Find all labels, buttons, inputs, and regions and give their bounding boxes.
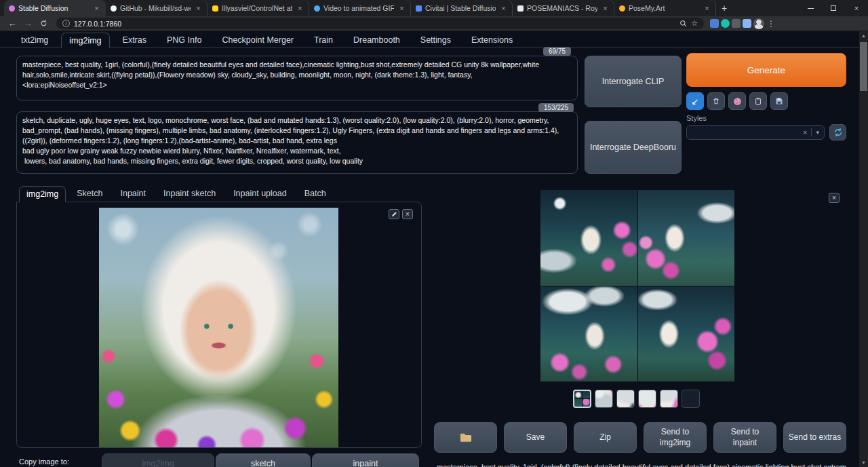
zoom-icon[interactable] [679, 20, 687, 27]
extension-icon-blue[interactable] [710, 19, 719, 28]
browser-menu-icon[interactable]: ⋮ [766, 19, 776, 29]
copy-to-sketch-button[interactable]: sketch [216, 453, 311, 467]
generation-info-text: masterpiece, best quality, 1girl, (color… [437, 463, 846, 467]
gallery-actions: Save Zip Send to img2img Send to inpaint… [434, 422, 846, 453]
folder-icon [460, 432, 472, 443]
copy-to-inpaint-button[interactable]: inpaint [312, 453, 419, 467]
restore-prompt-button[interactable]: ↙ [686, 92, 704, 110]
tab-title: Video to animated GIF converter [323, 4, 394, 12]
send-to-inpaint-button[interactable]: Send to inpaint [713, 422, 776, 453]
minimize-icon [808, 8, 814, 9]
forward-button[interactable]: → [21, 18, 35, 30]
send-to-img2img-button[interactable]: Send to img2img [644, 422, 707, 453]
mode-tab-batch[interactable]: Batch [298, 186, 333, 202]
gallery-thumbnail[interactable] [660, 390, 678, 408]
clipboard-icon [754, 97, 762, 105]
webui-page: txt2img img2img Extras PNG Info Checkpoi… [0, 31, 868, 467]
browser-tab-posemaniacs[interactable]: POSEMANIACS - Royalty free 3... × [513, 0, 614, 16]
apply-styles-button[interactable] [749, 92, 767, 110]
tab-extensions[interactable]: Extensions [464, 33, 520, 48]
interrogate-deepbooru-button[interactable]: Interrogate DeepBooru [585, 121, 682, 174]
browser-tab-stable-diffusion[interactable]: Stable Diffusion × [4, 0, 106, 16]
back-button[interactable]: ← [5, 18, 19, 30]
tab-close-icon[interactable]: × [499, 4, 508, 13]
edit-image-button[interactable] [389, 209, 399, 219]
gallery-thumbnail[interactable] [595, 390, 613, 408]
tab-close-icon[interactable]: × [92, 4, 101, 13]
tab-close-icon[interactable]: × [296, 4, 304, 13]
prompt-input[interactable]: masterpiece, best quality, 1girl, (color… [16, 56, 578, 100]
page-scrollbar[interactable]: ▲ ▼ [859, 31, 868, 467]
tab-title: Illyasviel/ControlNet at main [222, 4, 292, 12]
tab-png-info[interactable]: PNG Info [159, 33, 209, 48]
scrollbar-down-icon[interactable]: ▼ [859, 458, 868, 467]
gallery-thumbnail[interactable] [682, 390, 700, 408]
profile-avatar[interactable] [753, 18, 764, 29]
send-to-extras-button[interactable]: Send to extras [783, 422, 846, 453]
site-info-icon[interactable]: i [62, 20, 70, 27]
scrollbar-thumb[interactable] [860, 42, 867, 91]
browser-tab-posemyart[interactable]: PoseMy.Art × [614, 0, 716, 16]
open-folder-button[interactable] [434, 422, 497, 453]
huggingface-favicon [212, 5, 218, 12]
tab-txt2img[interactable]: txt2img [14, 33, 56, 48]
output-image-quadrant [638, 190, 735, 286]
browser-tab-github[interactable]: GitHub - Mikubill/sd-webui-con... × [106, 0, 208, 16]
tab-img2img[interactable]: img2img [61, 33, 109, 48]
gallery-thumbnail[interactable] [638, 390, 656, 408]
save-button[interactable]: Save [504, 422, 567, 453]
zip-button[interactable]: Zip [574, 422, 637, 453]
mode-tab-inpaint-upload[interactable]: Inpaint upload [226, 186, 294, 202]
refresh-styles-button[interactable] [829, 124, 846, 141]
browser-tab-civitai[interactable]: Civitai | Stable Diffusion model... × [411, 0, 513, 16]
tab-close-icon[interactable]: × [601, 4, 610, 13]
mode-tab-img2img[interactable]: img2img [19, 186, 66, 202]
tab-extras[interactable]: Extras [115, 33, 154, 48]
output-gallery-image[interactable] [540, 190, 734, 381]
extension-icon-gray[interactable] [732, 19, 741, 28]
browser-tab-controlnet[interactable]: Illyasviel/ControlNet at main × [208, 0, 309, 16]
extension-icon-lightblue[interactable] [743, 19, 751, 28]
remove-image-button[interactable]: × [402, 209, 413, 219]
tab-close-icon[interactable]: × [703, 4, 711, 13]
tab-close-icon[interactable]: × [194, 4, 203, 13]
tab-train[interactable]: Train [307, 33, 340, 48]
tab-checkpoint-merger[interactable]: Checkpoint Merger [214, 33, 301, 48]
gallery-thumbnail[interactable] [573, 390, 591, 408]
browser-toolbar: ← → i 127.0.0.1:7860 ☆ ⋮ [0, 16, 868, 31]
window-minimize-button[interactable] [799, 0, 822, 16]
address-bar[interactable]: i 127.0.0.1:7860 ☆ [56, 18, 704, 29]
tab-dreambooth[interactable]: Dreambooth [346, 33, 408, 48]
extension-icon-teal[interactable] [721, 19, 730, 28]
extra-networks-button[interactable] [728, 92, 746, 110]
tab-close-icon[interactable]: × [397, 4, 406, 13]
clear-styles-icon[interactable]: × [803, 128, 807, 136]
stable-diffusion-favicon [9, 5, 15, 12]
window-close-button[interactable]: × [845, 0, 868, 16]
window-maximize-button[interactable] [822, 0, 845, 16]
tab-settings[interactable]: Settings [413, 33, 458, 48]
generate-button[interactable]: Generate [686, 53, 846, 87]
gif-converter-favicon [314, 5, 320, 12]
negative-prompt-input[interactable]: sketch, duplicate, ugly, huge eyes, text… [16, 111, 578, 174]
image-tools: × [389, 209, 413, 219]
interrogate-clip-button[interactable]: Interrogate CLIP [585, 56, 682, 107]
bookmark-star-icon[interactable]: ☆ [691, 19, 698, 28]
gallery-thumbnail[interactable] [616, 390, 635, 408]
mode-tab-inpaint[interactable]: Inpaint [113, 186, 153, 202]
refresh-button[interactable] [37, 18, 50, 30]
mode-tab-inpaint-sketch[interactable]: Inpaint sketch [157, 186, 222, 202]
browser-tab-gif-converter[interactable]: Video to animated GIF converter × [309, 0, 411, 16]
styles-dropdown[interactable]: × ▾ [686, 125, 825, 140]
input-image[interactable] [99, 208, 338, 447]
mode-tab-sketch[interactable]: Sketch [70, 186, 109, 202]
tab-title: PoseMy.Art [629, 4, 699, 12]
dropdown-caret-icon[interactable]: ▾ [816, 129, 819, 136]
new-tab-button[interactable]: + [716, 0, 732, 16]
save-style-button[interactable] [770, 92, 788, 110]
scrollbar-up-icon[interactable]: ▲ [859, 31, 868, 40]
img2img-mode-tabs: img2img Sketch Inpaint Inpaint sketch In… [19, 186, 333, 202]
clear-prompt-button[interactable] [707, 92, 725, 110]
posemaniacs-favicon [517, 5, 524, 12]
close-gallery-button[interactable]: × [829, 193, 840, 203]
